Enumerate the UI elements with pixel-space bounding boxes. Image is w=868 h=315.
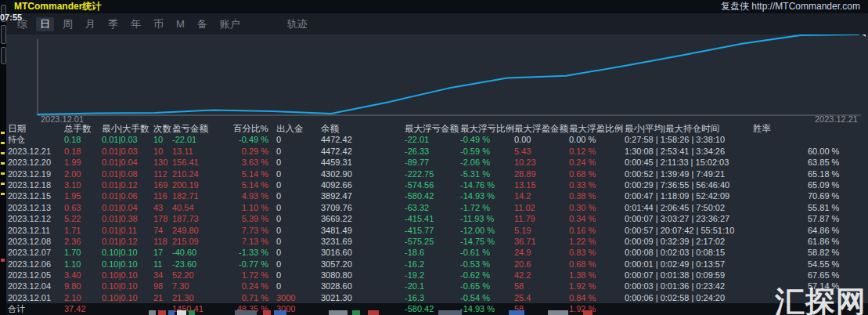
column-header-12[interactable]: 最小|平均|最大持仓时间 (625, 123, 753, 134)
cell: 0.01|0.04 (102, 202, 153, 213)
cell: 0:00:45 | 2:11:33 | 15:02:03 (625, 157, 753, 168)
cell: 0.00 % (569, 134, 625, 145)
table-row[interactable]: 2023.12.053.400.10|0.103452.201.72 %0308… (6, 270, 868, 281)
table-row[interactable]: 2023.12.082.360.01|0.12118215.097.13 %03… (6, 236, 868, 247)
column-header-3[interactable]: 次数 (153, 123, 172, 134)
column-header-6[interactable]: 出入金 (276, 123, 321, 134)
table-row[interactable]: 2023.12.049.800.10|0.10987.300.24 %03028… (6, 281, 868, 291)
cell: 1.10 % (233, 202, 276, 213)
cell: -0.77 % (233, 259, 276, 270)
cell: 40.54 (172, 202, 233, 213)
column-header-10[interactable]: 最大浮盈金额 (514, 123, 569, 134)
cell: 20.6 (514, 259, 569, 270)
cell: 2023.12.07 (8, 247, 64, 258)
cell: 0.33 % (569, 179, 625, 190)
cell (753, 134, 868, 145)
cell: 14.2 (514, 190, 569, 201)
table-row[interactable]: 2023.12.125.220.01|0.38178187.735.39 %03… (6, 213, 868, 224)
cell: -0.59 % (460, 146, 514, 157)
column-header-0[interactable]: 日期 (8, 123, 64, 134)
tab-年[interactable]: 年 (131, 18, 141, 31)
cell: 4472.42 (321, 134, 405, 145)
table-row[interactable]: 2023.12.210.180.01|0.031013.110.29 %0447… (6, 146, 868, 157)
cell: 0:00:08 | 0:02:03 | 0:08:15 (625, 247, 753, 258)
table-row[interactable]: 2023.12.151.950.01|0.06116182.714.93 %03… (6, 190, 868, 201)
column-header-11[interactable]: 最大浮盈比例 (569, 123, 625, 134)
cell: 28.89 (514, 168, 569, 179)
tab-日[interactable]: 日 (36, 17, 54, 31)
cell: 0.63 (64, 202, 102, 213)
tab-币[interactable]: 币 (153, 18, 164, 31)
table-row[interactable]: 2023.12.061.100.10|0.1011-23.60-0.77 %03… (6, 259, 868, 270)
tab-账户[interactable]: 账户 (220, 18, 240, 31)
cell: -5.31 % (460, 168, 514, 179)
tab-M[interactable]: M (176, 18, 185, 31)
cell: 169 (153, 179, 172, 190)
column-header-1[interactable]: 总手数 (64, 123, 102, 134)
column-header-7[interactable]: 余额 (321, 123, 405, 134)
cell: 1.22 % (569, 236, 625, 247)
cell: 0.12 % (569, 146, 625, 157)
cell: -14.93 % (460, 190, 514, 201)
cell: 2023.12.20 (8, 157, 64, 168)
cell: -0.49 % (460, 134, 514, 145)
cell: 249.80 (172, 225, 233, 236)
tab-月[interactable]: 月 (85, 18, 95, 31)
cell: -63.32 (405, 202, 460, 213)
cell: 10.23 (514, 157, 569, 168)
table-row[interactable]: 2023.12.012.100.10|0.102121.300.71 %3000… (6, 292, 868, 303)
cell: -2.06 % (460, 157, 514, 168)
column-header-13[interactable]: 胜率 (753, 123, 868, 134)
brand-link[interactable]: 复盘侠 http://MTCommander.com (721, 0, 860, 13)
cell: 54.55 % (753, 259, 868, 270)
table-row[interactable]: 2023.12.111.710.01|0.1174249.807.73 %034… (6, 225, 868, 236)
table-row[interactable]: 2023.12.130.630.01|0.044340.541.10 %0370… (6, 202, 868, 213)
tab-周[interactable]: 周 (63, 18, 73, 31)
cell: 0.10|0.10 (102, 247, 153, 258)
cell: 0.68 % (569, 168, 625, 179)
cell: 55.81 % (753, 202, 868, 213)
table-row[interactable]: 2023.12.201.990.01|0.04130156.413.63 %04… (6, 157, 868, 168)
cell: 5.19 (514, 225, 569, 236)
cell: 43 (153, 202, 172, 213)
cell: 0.84 % (569, 292, 625, 303)
cell: 182.71 (172, 190, 233, 201)
cell: 0:00:07 | 3:03:27 | 23:36:27 (625, 213, 753, 224)
open-position-row[interactable]: 持仓0.180.01|0.0310-22.01-0.49 %04472.42-2… (6, 134, 868, 145)
column-header-4[interactable]: 盈亏金额 (172, 123, 233, 134)
cell: 4092.66 (321, 179, 405, 190)
cell: 2023.12.12 (8, 213, 64, 224)
cell: 3709.76 (321, 202, 405, 213)
cell: 2023.12.06 (8, 259, 64, 270)
cell: 0:00:52 | 1:39:49 | 7:49:21 (625, 168, 753, 179)
table-row[interactable]: 2023.12.071.700.10|0.1017-40.60-1.33 %03… (6, 247, 868, 258)
cell: 2023.12.13 (8, 202, 64, 213)
cell: 3669.22 (321, 213, 405, 224)
column-header-2[interactable]: 最小|大手数 (102, 123, 153, 134)
tab-备[interactable]: 备 (197, 18, 207, 31)
column-header-8[interactable]: 最大浮亏金额 (405, 123, 460, 134)
cell: 0:00:09 | 0:32:39 | 2:17:02 (625, 236, 753, 247)
cell: 11 (153, 259, 172, 270)
cell: 2.36 (64, 236, 102, 247)
cell: 4302.90 (321, 168, 405, 179)
cell: 0.24 % (233, 281, 276, 291)
cell: 200.19 (172, 179, 233, 190)
column-header-5[interactable]: 百分比% (233, 123, 276, 134)
cell: 0.01|0.08 (102, 168, 153, 179)
cell: 0.24 % (569, 157, 625, 168)
cell: 0.00 (514, 134, 569, 145)
tab-轨迹[interactable]: 轨迹 (287, 18, 308, 31)
table-row[interactable]: 2023.12.192.000.01|0.08112210.245.14 %04… (6, 168, 868, 179)
cell: 0 (276, 190, 321, 201)
cell: 0.01|0.11 (102, 225, 153, 236)
cell: 24.9 (514, 247, 569, 258)
cell: 156.41 (172, 157, 233, 168)
table-row[interactable]: 2023.12.183.100.01|0.12169200.195.14 %04… (6, 179, 868, 190)
column-header-9[interactable]: 最大浮亏比例 (460, 123, 514, 134)
cell: 3021.30 (321, 292, 405, 303)
tab-季[interactable]: 季 (108, 18, 118, 31)
cell: 1.72 % (233, 270, 276, 281)
cell: -575.25 (405, 236, 460, 247)
cell: 0.01|0.38 (102, 213, 153, 224)
